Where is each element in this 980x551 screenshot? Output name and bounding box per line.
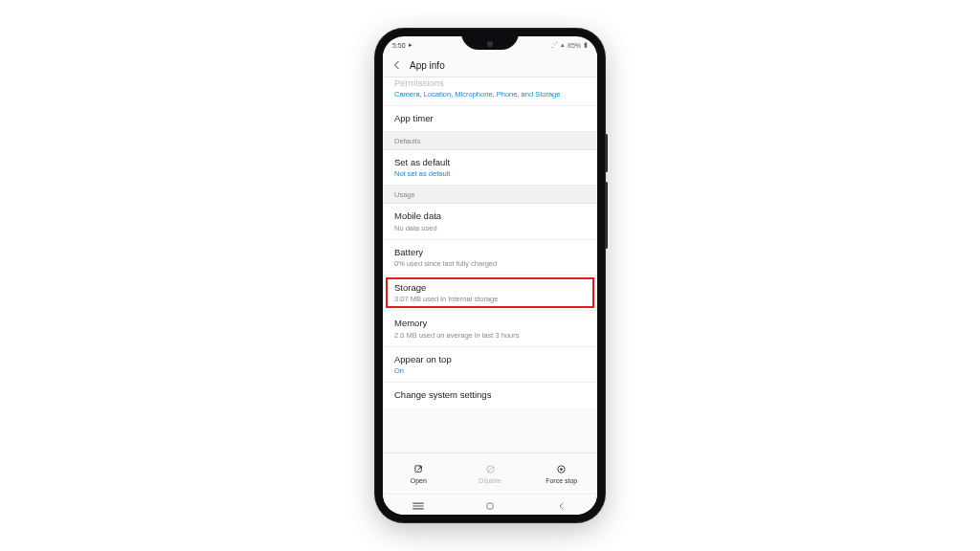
status-time: 5:50	[392, 42, 406, 49]
volume-button	[605, 134, 608, 172]
settings-list[interactable]: Permissions Camera, Location, Microphone…	[383, 77, 597, 452]
svg-rect-8	[487, 503, 493, 509]
svg-line-2	[487, 467, 493, 473]
force-stop-button[interactable]: Force stop	[525, 453, 597, 494]
phone-frame: 5:50 ▸ ⋰ ▴ 85% ▮ App info Permissions Ca…	[375, 29, 605, 522]
row-label: Appear on top	[394, 354, 586, 364]
cast-icon: ▸	[409, 41, 412, 49]
row-label: Set as default	[394, 157, 586, 167]
signal-icon: ▴	[561, 41, 565, 49]
nav-home[interactable]	[479, 499, 501, 513]
app-bar: App info	[383, 54, 597, 77]
row-battery[interactable]: Battery 0% used since last fully charged	[383, 240, 597, 276]
open-button[interactable]: Open	[383, 453, 455, 494]
row-label: Battery	[394, 247, 586, 257]
row-sub: No data used	[394, 224, 586, 232]
row-sub: 3.07 MB used in Internal storage	[394, 295, 586, 303]
bottom-action-bar: Open Disable Force stop	[383, 452, 597, 494]
row-app-timer[interactable]: App timer	[383, 106, 597, 131]
row-sub: Not set as default	[394, 169, 586, 178]
nav-bar	[383, 494, 597, 515]
row-mobile-data[interactable]: Mobile data No data used	[383, 204, 597, 239]
battery-icon: ▮	[584, 41, 588, 49]
nav-recents[interactable]	[408, 499, 429, 513]
row-sub: 0% used since last fully charged	[394, 259, 586, 268]
row-label: Memory	[394, 318, 586, 328]
row-memory[interactable]: Memory 2.0 MB used on average in last 3 …	[383, 311, 597, 346]
disable-icon	[484, 464, 496, 475]
row-label: Mobile data	[394, 210, 586, 221]
disable-label: Disable	[479, 477, 501, 484]
phone-screen: 5:50 ▸ ⋰ ▴ 85% ▮ App info Permissions Ca…	[383, 36, 597, 515]
row-set-default[interactable]: Set as default Not set as default	[383, 150, 597, 186]
row-sub: Camera, Location, Microphone, Phone, and…	[394, 90, 586, 99]
open-icon	[412, 464, 424, 475]
row-label: Change system settings	[394, 389, 586, 400]
page-title: App info	[410, 60, 445, 71]
battery-percent: 85%	[568, 42, 581, 49]
back-button[interactable]	[390, 58, 404, 72]
open-label: Open	[411, 477, 427, 484]
svg-point-4	[560, 468, 563, 471]
row-storage[interactable]: Storage 3.07 MB used in Internal storage	[383, 276, 597, 311]
section-defaults: Defaults	[383, 132, 597, 150]
row-label: App timer	[394, 113, 586, 123]
power-button	[605, 182, 608, 249]
section-usage: Usage	[383, 186, 597, 204]
row-label: Storage	[394, 282, 586, 293]
nav-back[interactable]	[551, 499, 572, 513]
row-change-system-settings[interactable]: Change system settings	[383, 383, 597, 407]
force-stop-icon	[556, 464, 568, 475]
row-permissions[interactable]: Permissions Camera, Location, Microphone…	[383, 77, 597, 106]
wifi-icon: ⋰	[551, 41, 558, 49]
row-sub: On	[394, 366, 586, 375]
row-appear-on-top[interactable]: Appear on top On	[383, 347, 597, 383]
disable-button[interactable]: Disable	[455, 453, 526, 494]
force-stop-label: Force stop	[546, 477, 577, 484]
row-sub: 2.0 MB used on average in last 3 hours	[394, 331, 586, 340]
row-label: Permissions	[394, 77, 586, 88]
